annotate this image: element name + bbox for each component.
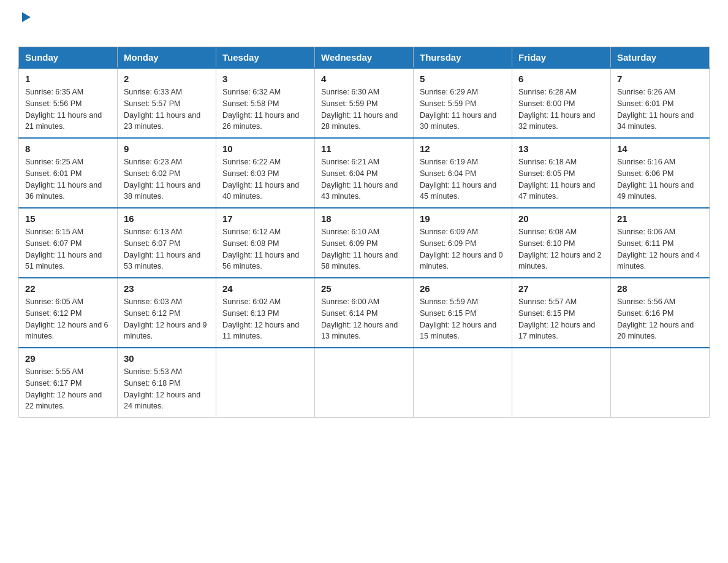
day-info: Sunrise: 6:06 AM Sunset: 6:11 PM Dayligh… xyxy=(617,226,703,272)
calendar-cell xyxy=(315,348,414,418)
calendar-cell: 27 Sunrise: 5:57 AM Sunset: 6:15 PM Dayl… xyxy=(512,278,611,348)
day-number: 12 xyxy=(420,144,506,154)
calendar-cell: 8 Sunrise: 6:25 AM Sunset: 6:01 PM Dayli… xyxy=(19,138,118,208)
day-info: Sunrise: 6:30 AM Sunset: 5:59 PM Dayligh… xyxy=(321,86,407,132)
calendar-cell: 11 Sunrise: 6:21 AM Sunset: 6:04 PM Dayl… xyxy=(315,138,414,208)
day-number: 21 xyxy=(617,213,703,224)
calendar-cell: 12 Sunrise: 6:19 AM Sunset: 6:04 PM Dayl… xyxy=(414,138,512,208)
day-number: 18 xyxy=(321,213,407,224)
day-info: Sunrise: 6:02 AM Sunset: 6:13 PM Dayligh… xyxy=(222,296,308,342)
calendar-cell: 14 Sunrise: 6:16 AM Sunset: 6:06 PM Dayl… xyxy=(611,138,710,208)
day-info: Sunrise: 6:05 AM Sunset: 6:12 PM Dayligh… xyxy=(25,296,111,342)
day-info: Sunrise: 6:19 AM Sunset: 6:04 PM Dayligh… xyxy=(420,156,506,202)
day-number: 27 xyxy=(518,283,604,294)
calendar-cell: 1 Sunrise: 6:35 AM Sunset: 5:56 PM Dayli… xyxy=(19,68,118,138)
calendar-week-row-1: 1 Sunrise: 6:35 AM Sunset: 5:56 PM Dayli… xyxy=(19,68,710,138)
calendar-cell: 26 Sunrise: 5:59 AM Sunset: 6:15 PM Dayl… xyxy=(414,278,512,348)
day-info: Sunrise: 6:32 AM Sunset: 5:58 PM Dayligh… xyxy=(222,86,308,132)
day-info: Sunrise: 6:09 AM Sunset: 6:09 PM Dayligh… xyxy=(420,226,506,272)
day-number: 23 xyxy=(124,283,210,294)
day-number: 14 xyxy=(617,144,703,154)
logo-arrow-icon xyxy=(20,11,33,25)
page-header xyxy=(18,12,710,40)
calendar-table: SundayMondayTuesdayWednesdayThursdayFrid… xyxy=(18,47,710,418)
calendar-cell: 29 Sunrise: 5:55 AM Sunset: 6:17 PM Dayl… xyxy=(19,348,118,418)
day-info: Sunrise: 6:25 AM Sunset: 6:01 PM Dayligh… xyxy=(25,156,111,202)
day-info: Sunrise: 6:13 AM Sunset: 6:07 PM Dayligh… xyxy=(124,226,210,272)
calendar-cell: 15 Sunrise: 6:15 AM Sunset: 6:07 PM Dayl… xyxy=(19,208,118,278)
day-info: Sunrise: 5:56 AM Sunset: 6:16 PM Dayligh… xyxy=(617,296,703,342)
day-number: 30 xyxy=(124,353,210,364)
calendar-cell: 4 Sunrise: 6:30 AM Sunset: 5:59 PM Dayli… xyxy=(315,68,414,138)
calendar-week-row-3: 15 Sunrise: 6:15 AM Sunset: 6:07 PM Dayl… xyxy=(19,208,710,278)
day-number: 8 xyxy=(25,144,111,154)
day-info: Sunrise: 6:21 AM Sunset: 6:04 PM Dayligh… xyxy=(321,156,407,202)
calendar-cell: 22 Sunrise: 6:05 AM Sunset: 6:12 PM Dayl… xyxy=(19,278,118,348)
day-number: 26 xyxy=(420,283,506,294)
day-number: 7 xyxy=(617,74,703,84)
day-number: 16 xyxy=(124,213,210,224)
day-info: Sunrise: 6:10 AM Sunset: 6:09 PM Dayligh… xyxy=(321,226,407,272)
day-info: Sunrise: 6:16 AM Sunset: 6:06 PM Dayligh… xyxy=(617,156,703,202)
calendar-cell: 20 Sunrise: 6:08 AM Sunset: 6:10 PM Dayl… xyxy=(512,208,611,278)
day-info: Sunrise: 6:35 AM Sunset: 5:56 PM Dayligh… xyxy=(25,86,111,132)
calendar-cell: 23 Sunrise: 6:03 AM Sunset: 6:12 PM Dayl… xyxy=(118,278,216,348)
calendar-cell: 13 Sunrise: 6:18 AM Sunset: 6:05 PM Dayl… xyxy=(512,138,611,208)
calendar-cell xyxy=(611,348,710,418)
day-info: Sunrise: 6:03 AM Sunset: 6:12 PM Dayligh… xyxy=(124,296,210,342)
day-info: Sunrise: 5:53 AM Sunset: 6:18 PM Dayligh… xyxy=(124,366,210,412)
day-info: Sunrise: 6:00 AM Sunset: 6:14 PM Dayligh… xyxy=(321,296,407,342)
day-number: 29 xyxy=(25,353,111,364)
day-number: 6 xyxy=(518,74,604,84)
day-number: 13 xyxy=(518,144,604,154)
calendar-header-tuesday: Tuesday xyxy=(216,47,315,69)
day-info: Sunrise: 6:23 AM Sunset: 6:02 PM Dayligh… xyxy=(124,156,210,202)
calendar-cell: 16 Sunrise: 6:13 AM Sunset: 6:07 PM Dayl… xyxy=(118,208,216,278)
calendar-header-thursday: Thursday xyxy=(414,47,512,69)
calendar-cell: 19 Sunrise: 6:09 AM Sunset: 6:09 PM Dayl… xyxy=(414,208,512,278)
day-number: 17 xyxy=(222,213,308,224)
calendar-cell: 30 Sunrise: 5:53 AM Sunset: 6:18 PM Dayl… xyxy=(118,348,216,418)
day-info: Sunrise: 5:59 AM Sunset: 6:15 PM Dayligh… xyxy=(420,296,506,342)
calendar-header-saturday: Saturday xyxy=(611,47,710,69)
calendar-cell: 18 Sunrise: 6:10 AM Sunset: 6:09 PM Dayl… xyxy=(315,208,414,278)
day-info: Sunrise: 5:55 AM Sunset: 6:17 PM Dayligh… xyxy=(25,366,111,412)
calendar-cell: 25 Sunrise: 6:00 AM Sunset: 6:14 PM Dayl… xyxy=(315,278,414,348)
calendar-cell: 5 Sunrise: 6:29 AM Sunset: 5:59 PM Dayli… xyxy=(414,68,512,138)
calendar-week-row-5: 29 Sunrise: 5:55 AM Sunset: 6:17 PM Dayl… xyxy=(19,348,710,418)
calendar-cell: 28 Sunrise: 5:56 AM Sunset: 6:16 PM Dayl… xyxy=(611,278,710,348)
calendar-header-friday: Friday xyxy=(512,47,611,69)
day-info: Sunrise: 5:57 AM Sunset: 6:15 PM Dayligh… xyxy=(518,296,604,342)
calendar-cell: 3 Sunrise: 6:32 AM Sunset: 5:58 PM Dayli… xyxy=(216,68,315,138)
day-info: Sunrise: 6:15 AM Sunset: 6:07 PM Dayligh… xyxy=(25,226,111,272)
calendar-header-wednesday: Wednesday xyxy=(315,47,414,69)
calendar-header-row: SundayMondayTuesdayWednesdayThursdayFrid… xyxy=(19,47,710,69)
day-info: Sunrise: 6:12 AM Sunset: 6:08 PM Dayligh… xyxy=(222,226,308,272)
day-number: 22 xyxy=(25,283,111,294)
logo xyxy=(18,12,33,40)
calendar-week-row-2: 8 Sunrise: 6:25 AM Sunset: 6:01 PM Dayli… xyxy=(19,138,710,208)
day-number: 19 xyxy=(420,213,506,224)
day-info: Sunrise: 6:33 AM Sunset: 5:57 PM Dayligh… xyxy=(124,86,210,132)
day-number: 15 xyxy=(25,213,111,224)
day-info: Sunrise: 6:28 AM Sunset: 6:00 PM Dayligh… xyxy=(518,86,604,132)
calendar-cell: 24 Sunrise: 6:02 AM Sunset: 6:13 PM Dayl… xyxy=(216,278,315,348)
svg-marker-0 xyxy=(22,12,31,22)
calendar-cell: 9 Sunrise: 6:23 AM Sunset: 6:02 PM Dayli… xyxy=(118,138,216,208)
calendar-cell: 2 Sunrise: 6:33 AM Sunset: 5:57 PM Dayli… xyxy=(118,68,216,138)
day-number: 10 xyxy=(222,144,308,154)
day-number: 4 xyxy=(321,74,407,84)
calendar-cell xyxy=(414,348,512,418)
day-number: 25 xyxy=(321,283,407,294)
calendar-header-monday: Monday xyxy=(118,47,216,69)
calendar-cell xyxy=(512,348,611,418)
day-number: 9 xyxy=(124,144,210,154)
day-number: 11 xyxy=(321,144,407,154)
day-info: Sunrise: 6:22 AM Sunset: 6:03 PM Dayligh… xyxy=(222,156,308,202)
day-info: Sunrise: 6:18 AM Sunset: 6:05 PM Dayligh… xyxy=(518,156,604,202)
day-number: 20 xyxy=(518,213,604,224)
day-info: Sunrise: 6:08 AM Sunset: 6:10 PM Dayligh… xyxy=(518,226,604,272)
calendar-cell: 17 Sunrise: 6:12 AM Sunset: 6:08 PM Dayl… xyxy=(216,208,315,278)
calendar-cell: 21 Sunrise: 6:06 AM Sunset: 6:11 PM Dayl… xyxy=(611,208,710,278)
calendar-cell: 10 Sunrise: 6:22 AM Sunset: 6:03 PM Dayl… xyxy=(216,138,315,208)
